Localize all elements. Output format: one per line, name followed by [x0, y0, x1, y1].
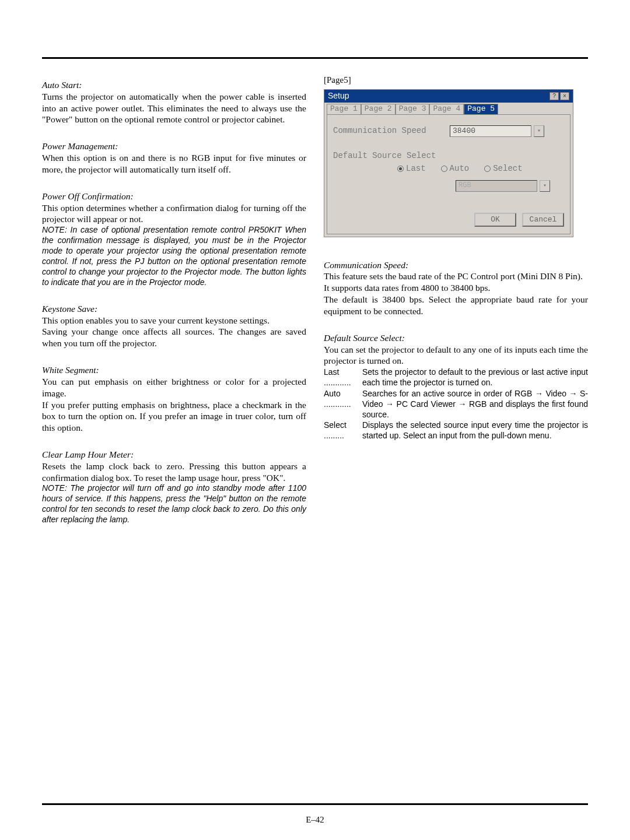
power-off-title: Power Off Confirmation: [42, 191, 306, 202]
page-number: E–42 [0, 815, 630, 825]
white-seg-body1: You can put emphasis on either brightnes… [42, 376, 306, 399]
comm-speed-title: Communication Speed: [324, 259, 588, 271]
power-mgmt-body: When this option is on and there is no R… [42, 152, 306, 175]
default-source-label: Default Source Select [333, 151, 564, 161]
clear-lamp-body: Resets the lamp clock back to zero. Pres… [42, 461, 306, 484]
definition-list: Last ............ Sets the projector to … [324, 367, 588, 441]
white-seg-body2: If you prefer putting emphasis on bright… [42, 399, 306, 434]
close-icon[interactable]: × [560, 92, 569, 100]
power-off-note: NOTE: In case of optional presentation r… [42, 225, 306, 287]
top-rule [42, 57, 588, 59]
setup-dialog: Setup ? × Page 1 Page 2 Page 3 Page 4 Pa… [324, 89, 573, 237]
comm-speed-input[interactable]: 38400 [450, 125, 531, 137]
left-column: Auto Start: Turns the projector on autom… [42, 75, 306, 525]
white-seg-title: White Segment: [42, 364, 306, 376]
keystone-body1: This option enables you to save your cur… [42, 315, 306, 326]
default-source-body: You can set the projector to default to … [324, 344, 588, 367]
radio-dot-icon [484, 166, 491, 172]
def-term: Select ......... [324, 420, 362, 441]
chevron-down-icon: ▾ [540, 180, 550, 192]
comm-speed-body2: It supports data rates from 4800 to 3840… [324, 282, 588, 294]
comm-speed-body3: The default is 38400 bps. Select the app… [324, 294, 588, 317]
tab-page3[interactable]: Page 3 [396, 104, 430, 114]
def-term: Auto ............ [324, 388, 362, 420]
page5-label: [Page5] [324, 75, 588, 86]
tab-page5[interactable]: Page 5 [464, 104, 498, 114]
radio-select[interactable]: Select [484, 164, 522, 174]
comm-speed-label: Communication Speed [333, 126, 450, 136]
radio-dot-icon [397, 166, 404, 172]
radio-row: Last Auto Select [397, 164, 564, 174]
def-desc: Searches for an active source in order o… [362, 388, 588, 420]
tab-page1[interactable]: Page 1 [327, 104, 361, 114]
radio-select-label: Select [493, 164, 522, 174]
right-column: [Page5] Setup ? × Page 1 Page 2 Page 3 P… [324, 75, 588, 525]
cancel-button[interactable]: Cancel [522, 213, 564, 227]
two-columns: Auto Start: Turns the projector on autom… [42, 75, 588, 525]
clear-lamp-note: NOTE: The projector will turn off and go… [42, 483, 306, 525]
keystone-title: Keystone Save: [42, 303, 306, 315]
dialog-titlebar: Setup ? × [324, 90, 573, 103]
power-off-body: This option determines whether a confirm… [42, 202, 306, 226]
radio-dot-icon [441, 166, 447, 172]
radio-auto[interactable]: Auto [441, 164, 470, 174]
def-row-select: Select ......... Displays the selected s… [324, 420, 588, 441]
radio-auto-label: Auto [450, 164, 470, 174]
auto-start-title: Auto Start: [42, 79, 306, 91]
def-desc: Displays the selected source input every… [362, 420, 588, 441]
default-source-title: Default Source Select: [324, 332, 588, 344]
def-row-last: Last ............ Sets the projector to … [324, 367, 588, 388]
tab-page4[interactable]: Page 4 [429, 104, 464, 114]
def-term: Last ............ [324, 367, 362, 388]
radio-last[interactable]: Last [397, 164, 426, 174]
clear-lamp-title: Clear Lamp Hour Meter: [42, 449, 306, 461]
power-mgmt-title: Power Management: [42, 140, 306, 152]
ok-button[interactable]: OK [474, 213, 516, 227]
tab-page2[interactable]: Page 2 [361, 104, 396, 114]
keystone-body2: Saving your change once affects all sour… [42, 326, 306, 349]
disabled-select-input: RGB [456, 180, 537, 192]
dialog-title-text: Setup [328, 91, 349, 101]
dialog-tabs: Page 1 Page 2 Page 3 Page 4 Page 5 [324, 104, 573, 114]
help-icon[interactable]: ? [550, 92, 559, 100]
page-content: Auto Start: Turns the projector on autom… [0, 0, 630, 549]
dialog-body: Communication Speed 38400 ▾ Default Sour… [327, 114, 570, 234]
def-desc: Sets the projector to default to the pre… [362, 367, 588, 388]
chevron-down-icon[interactable]: ▾ [534, 125, 544, 137]
def-row-auto: Auto ............ Searches for an active… [324, 388, 588, 420]
comm-speed-body1: This feature sets the baud rate of the P… [324, 270, 588, 282]
auto-start-body: Turns the projector on automatically whe… [42, 91, 306, 125]
radio-last-label: Last [406, 164, 426, 174]
bottom-rule [42, 803, 588, 805]
